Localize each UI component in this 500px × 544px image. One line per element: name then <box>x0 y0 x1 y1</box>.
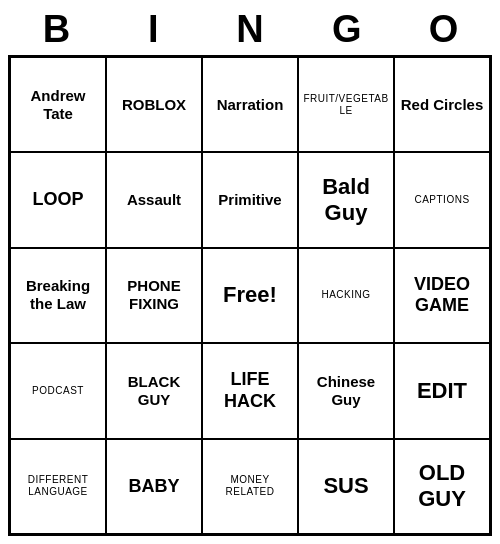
bingo-cell-1[interactable]: ROBLOX <box>106 57 202 152</box>
title-g: G <box>307 8 387 51</box>
bingo-cell-7[interactable]: Primitive <box>202 152 298 247</box>
bingo-cell-16[interactable]: BLACK GUY <box>106 343 202 438</box>
bingo-grid: Andrew TateROBLOXNarrationFRUIT/VEGETABL… <box>8 55 492 536</box>
bingo-cell-9[interactable]: CAPTIONS <box>394 152 490 247</box>
bingo-cell-5[interactable]: LOOP <box>10 152 106 247</box>
title-n: N <box>210 8 290 51</box>
bingo-cell-18[interactable]: Chinese Guy <box>298 343 394 438</box>
bingo-cell-12[interactable]: Free! <box>202 248 298 343</box>
title-b: B <box>16 8 96 51</box>
title-i: I <box>113 8 193 51</box>
bingo-cell-8[interactable]: Bald Guy <box>298 152 394 247</box>
bingo-cell-24[interactable]: OLD GUY <box>394 439 490 534</box>
bingo-cell-22[interactable]: MONEY RELATED <box>202 439 298 534</box>
bingo-cell-14[interactable]: VIDEO GAME <box>394 248 490 343</box>
bingo-cell-13[interactable]: HACKING <box>298 248 394 343</box>
bingo-cell-6[interactable]: Assault <box>106 152 202 247</box>
bingo-cell-15[interactable]: PODCAST <box>10 343 106 438</box>
bingo-cell-10[interactable]: Breaking the Law <box>10 248 106 343</box>
bingo-cell-2[interactable]: Narration <box>202 57 298 152</box>
bingo-cell-23[interactable]: SUS <box>298 439 394 534</box>
bingo-cell-17[interactable]: LIFE HACK <box>202 343 298 438</box>
bingo-cell-0[interactable]: Andrew Tate <box>10 57 106 152</box>
bingo-cell-4[interactable]: Red Circles <box>394 57 490 152</box>
bingo-cell-3[interactable]: FRUIT/VEGETABLE <box>298 57 394 152</box>
bingo-cell-20[interactable]: DIFFERENT LANGUAGE <box>10 439 106 534</box>
bingo-cell-11[interactable]: PHONE FIXING <box>106 248 202 343</box>
bingo-cell-21[interactable]: BABY <box>106 439 202 534</box>
bingo-title: B I N G O <box>8 8 492 51</box>
bingo-cell-19[interactable]: EDIT <box>394 343 490 438</box>
title-o: O <box>404 8 484 51</box>
